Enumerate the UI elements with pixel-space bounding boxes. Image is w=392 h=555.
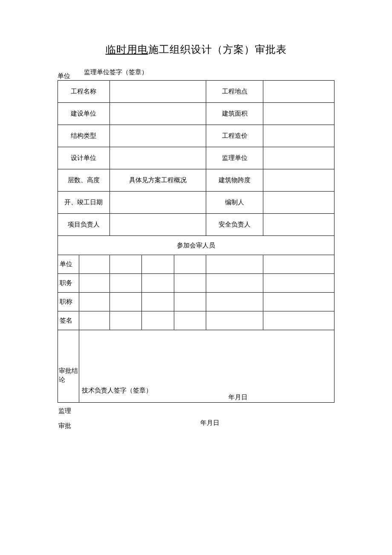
table-row: 建设单位 建筑面积 <box>58 103 334 125</box>
label-approval-conclusion: 审批结论 <box>58 330 79 403</box>
value-project-cost[interactable] <box>263 125 334 147</box>
label-title: 职称 <box>58 293 79 311</box>
footer-date: 年月日 <box>200 419 219 427</box>
table-row: 职务 <box>58 274 334 293</box>
label-supervision-unit: 监理单位 <box>206 147 263 169</box>
conclusion-row: 审批结论 技术负责人签字（签章） 年月日 <box>58 330 334 403</box>
label-construction-unit: 建设单位 <box>58 103 110 125</box>
label-building-span: 建筑物跨度 <box>206 169 263 192</box>
label-project-name: 工程名称 <box>58 81 110 103</box>
table-row: 结构类型 工程造价 <box>58 125 334 147</box>
review-cell[interactable] <box>79 293 110 311</box>
value-compiler[interactable] <box>263 192 334 214</box>
footer: 监理 审批 年月日 <box>58 407 334 437</box>
review-cell[interactable] <box>142 255 174 274</box>
header-unit-label: 单位 <box>58 72 70 80</box>
conclusion-label-text: 审批结论 <box>59 366 79 384</box>
review-cell[interactable] <box>110 255 142 274</box>
review-cell[interactable] <box>79 255 110 274</box>
review-cell[interactable] <box>263 311 334 330</box>
review-cell[interactable] <box>142 293 174 311</box>
approval-table: 工程名称 工程地点 建设单位 建筑面积 结构类型 工程造价 设计单位 监理单位 … <box>58 80 334 403</box>
table-row: 工程名称 工程地点 <box>58 81 334 103</box>
value-structure-type[interactable] <box>110 125 206 147</box>
review-cell[interactable] <box>142 311 174 330</box>
value-design-unit[interactable] <box>110 147 206 169</box>
review-cell[interactable] <box>174 274 206 293</box>
table-row: 开、竣工日期 编制人 <box>58 192 334 214</box>
page-title: 临时用电施工组织设计（方案）审批表 <box>58 43 334 56</box>
label-building-area: 建筑面积 <box>206 103 263 125</box>
label-compiler: 编制人 <box>206 192 263 214</box>
review-cell[interactable] <box>206 311 263 330</box>
review-cell[interactable] <box>206 274 263 293</box>
table-row: 设计单位 监理单位 <box>58 147 334 169</box>
value-construction-unit[interactable] <box>110 103 206 125</box>
review-cell[interactable] <box>174 311 206 330</box>
label-floors-height: 层数、高度 <box>58 169 110 192</box>
value-supervision-unit[interactable] <box>263 147 334 169</box>
label-unit: 单位 <box>58 255 79 274</box>
value-project-name[interactable] <box>110 81 206 103</box>
label-design-unit: 设计单位 <box>58 147 110 169</box>
table-row: 项目负责人 安全负责人 <box>58 214 334 236</box>
review-cell[interactable] <box>263 274 334 293</box>
label-safety-manager: 安全负责人 <box>206 214 263 236</box>
label-project-location: 工程地点 <box>206 81 263 103</box>
review-cell[interactable] <box>110 274 142 293</box>
conclusion-body[interactable]: 技术负责人签字（签章） 年月日 <box>79 330 334 403</box>
header-line: 单位 监理单位签字（签章） <box>58 69 334 78</box>
review-cell[interactable] <box>110 311 142 330</box>
label-position: 职务 <box>58 274 79 293</box>
title-rest: 施工组织设计（方案）审批表 <box>148 44 287 55</box>
review-cell[interactable] <box>174 255 206 274</box>
review-cell[interactable] <box>79 311 110 330</box>
value-building-area[interactable] <box>263 103 334 125</box>
value-project-manager[interactable] <box>110 214 206 236</box>
tech-manager-sign: 技术负责人签字（签章） <box>82 386 152 395</box>
review-cell[interactable] <box>110 293 142 311</box>
review-cell[interactable] <box>142 274 174 293</box>
value-start-end-date[interactable] <box>110 192 206 214</box>
review-cell[interactable] <box>206 293 263 311</box>
label-signature: 签名 <box>58 311 79 330</box>
review-cell[interactable] <box>263 255 334 274</box>
review-participants-header: 参加会审人员 <box>58 236 334 255</box>
table-row: 单位 <box>58 255 334 274</box>
value-building-span[interactable] <box>263 169 334 192</box>
label-project-manager: 项目负责人 <box>58 214 110 236</box>
review-header-row: 参加会审人员 <box>58 236 334 255</box>
table-row: 层数、高度 具体见方案工程概况 建筑物跨度 <box>58 169 334 192</box>
review-cell[interactable] <box>206 255 263 274</box>
value-project-location[interactable] <box>263 81 334 103</box>
title-underlined: 临时用电 <box>106 44 148 55</box>
value-safety-manager[interactable] <box>263 214 334 236</box>
review-cell[interactable] <box>263 293 334 311</box>
label-start-end-date: 开、竣工日期 <box>58 192 110 214</box>
footer-approval: 审批 <box>58 422 71 430</box>
label-project-cost: 工程造价 <box>206 125 263 147</box>
review-cell[interactable] <box>79 274 110 293</box>
table-row: 职称 <box>58 293 334 311</box>
value-floors-height[interactable]: 具体见方案工程概况 <box>110 169 206 192</box>
conclusion-date: 年月日 <box>228 393 248 401</box>
header-supervisor-sign: 监理单位签字（签章） <box>84 68 148 76</box>
footer-supervision: 监理 <box>58 407 71 415</box>
label-structure-type: 结构类型 <box>58 125 110 147</box>
review-cell[interactable] <box>174 293 206 311</box>
table-row: 签名 <box>58 311 334 330</box>
